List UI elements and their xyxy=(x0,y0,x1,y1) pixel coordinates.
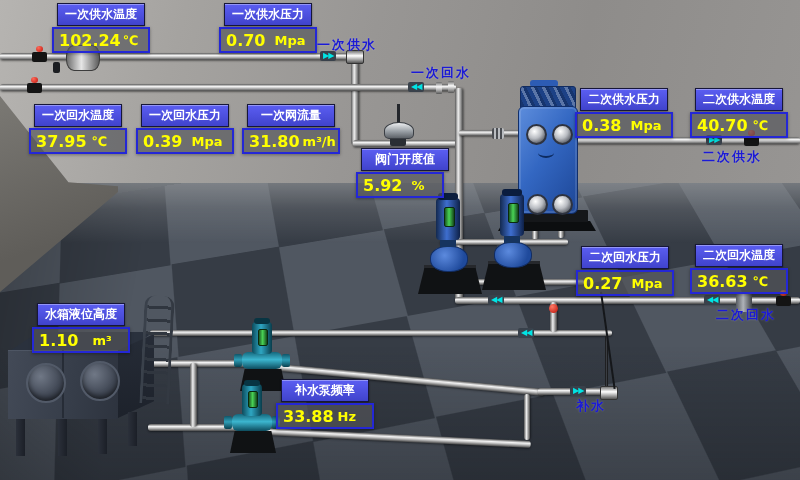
gauge-number: 5.92 xyxy=(363,176,402,195)
gauge-number: 37.95 xyxy=(36,132,87,151)
gauge-title: 二次回水压力 xyxy=(581,246,669,269)
gauge-value: 0.27Mpa xyxy=(576,270,674,296)
pipe-tank-loop-connector xyxy=(190,363,197,427)
gauge-unit: m³ xyxy=(92,333,111,348)
gauge-number: 33.88 xyxy=(283,407,334,426)
gauge-number: 0.38 xyxy=(582,116,621,135)
tank-ladder xyxy=(139,295,175,404)
gauge-title: 一次供水温度 xyxy=(57,3,145,26)
pipe-control-valve-run xyxy=(353,140,461,147)
pipe-primary-return xyxy=(0,84,456,91)
hx-mouth-mark xyxy=(538,148,554,158)
gauge-unit: % xyxy=(411,178,424,193)
hx-port-top-left xyxy=(526,124,547,145)
pump-volute xyxy=(494,242,532,268)
gauge-primary-supply-temp: 一次供水温度 102.24℃ xyxy=(52,3,150,53)
gauge-primary-return-temp: 一次回水温度 37.95℃ xyxy=(29,104,127,154)
gauge-title: 水箱液位高度 xyxy=(37,303,125,326)
gauge-valve-opening: 阀门开度值 5.92% xyxy=(356,148,454,198)
pipe-label-secondary-supply: 二次供水 xyxy=(702,148,762,166)
pump-volute xyxy=(232,414,272,431)
gauge-secondary-return-temp: 二次回水温度 36.63℃ xyxy=(690,244,788,294)
hx-port-bottom-left xyxy=(527,194,548,215)
pump-cap xyxy=(502,189,522,196)
flow-arrow-left-icon: ◀◀ xyxy=(488,295,504,305)
pipe-label-primary-supply: 一次供水 xyxy=(317,36,377,54)
gauge-title: 一次供水压力 xyxy=(224,3,312,26)
gauge-value: 0.70Mpa xyxy=(219,27,317,53)
gauge-secondary-supply-temp: 二次供水温度 40.70℃ xyxy=(690,88,788,138)
gauge-unit: Mpa xyxy=(631,276,662,291)
pipe-label-makeup-water: 补水 xyxy=(576,397,606,415)
gauge-number: 1.10 xyxy=(39,331,78,350)
gauge-number: 0.39 xyxy=(143,132,182,151)
gauge-unit: ℃ xyxy=(753,118,769,133)
expansion-joint xyxy=(492,128,504,139)
gauge-value: 33.88Hz xyxy=(276,403,374,429)
flow-arrow-left-icon: ◀◀ xyxy=(704,295,720,305)
gauge-title: 一次回水压力 xyxy=(141,104,229,127)
gauge-unit: Mpa xyxy=(191,134,222,149)
pump-flange-right xyxy=(282,354,290,367)
pump-flange-left xyxy=(234,354,242,367)
pipe-label-secondary-return: 二次回水 xyxy=(716,306,776,324)
flow-glyph: ◀◀ xyxy=(411,83,421,91)
pump-status-window xyxy=(258,329,268,346)
pipe-primary-supply xyxy=(0,53,353,60)
hand-valve-primary-return[interactable] xyxy=(27,83,42,93)
gauge-value: 5.92% xyxy=(356,172,444,198)
small-instrument xyxy=(53,62,60,73)
pump-neck xyxy=(440,240,456,247)
gauge-primary-return-pressure: 一次回水压力 0.39Mpa xyxy=(136,104,234,154)
gauge-number: 0.70 xyxy=(226,31,265,50)
hand-valve-secondary-return[interactable] xyxy=(776,296,791,306)
hmi-scada-screen: ▶▶ ◀◀ ▶▶ ◀◀ ◀◀ ◀◀ ▶▶ xyxy=(0,0,800,480)
gauge-primary-supply-pressure: 一次供水压力 0.70Mpa xyxy=(219,3,317,53)
gauge-unit: ℃ xyxy=(123,33,139,48)
pump-status-window xyxy=(508,203,519,223)
pump-cap xyxy=(244,380,260,386)
gauge-unit: Mpa xyxy=(274,33,305,48)
tank-leg xyxy=(128,412,137,446)
gauge-title: 一次回水温度 xyxy=(34,104,122,127)
tank-leg xyxy=(98,418,107,454)
hx-port-top-right xyxy=(552,124,573,145)
gauge-unit: ℃ xyxy=(92,134,108,149)
gauge-value: 37.95℃ xyxy=(29,128,127,154)
gauge-secondary-supply-pressure: 二次供水压力 0.38Mpa xyxy=(575,88,673,138)
pipe-tank-fill xyxy=(150,330,612,336)
flow-glyph: ◀◀ xyxy=(521,329,531,337)
pump-status-window xyxy=(248,391,258,408)
flange-primary-return-2 xyxy=(448,81,454,93)
gauge-value: 102.24℃ xyxy=(52,27,150,53)
pump-cap xyxy=(254,318,270,324)
flow-glyph: ◀◀ xyxy=(491,296,501,304)
tank-manhole-right xyxy=(80,361,120,401)
gauge-value: 31.80m³/h xyxy=(242,128,340,154)
hand-valve-primary-supply[interactable] xyxy=(32,52,47,62)
gauge-title: 阀门开度值 xyxy=(361,148,449,171)
gauge-makeup-pump-frequency: 补水泵频率 33.88Hz xyxy=(276,379,374,429)
flow-glyph: ◀◀ xyxy=(707,296,717,304)
tank-leg xyxy=(16,416,25,456)
pipe-hx-inlet xyxy=(459,130,523,136)
gauge-value: 0.38Mpa xyxy=(575,112,673,138)
gauge-number: 0.27 xyxy=(583,274,622,293)
flow-arrow-left-icon: ◀◀ xyxy=(518,328,534,338)
flow-arrow-right-icon: ▶▶ xyxy=(570,386,586,396)
flow-arrow-left-icon: ◀◀ xyxy=(408,82,424,92)
makeup-pump-2[interactable] xyxy=(226,384,278,458)
gauge-primary-network-flow: 一次网流量 31.80m³/h xyxy=(242,104,340,154)
flow-glyph: ▶▶ xyxy=(573,387,583,395)
gauge-unit: m³/h xyxy=(303,134,336,149)
gauge-title: 补水泵频率 xyxy=(281,379,369,402)
gauge-number: 40.70 xyxy=(697,116,748,135)
tank-manhole-left xyxy=(26,363,66,403)
pump-base xyxy=(230,431,276,453)
injection-valve[interactable] xyxy=(549,304,558,313)
control-valve-actuator[interactable] xyxy=(384,122,414,139)
gauge-number: 36.63 xyxy=(697,272,748,291)
circulation-pump-1[interactable] xyxy=(418,198,482,294)
gauge-unit: Mpa xyxy=(630,118,661,133)
flange-primary-return xyxy=(436,82,442,94)
